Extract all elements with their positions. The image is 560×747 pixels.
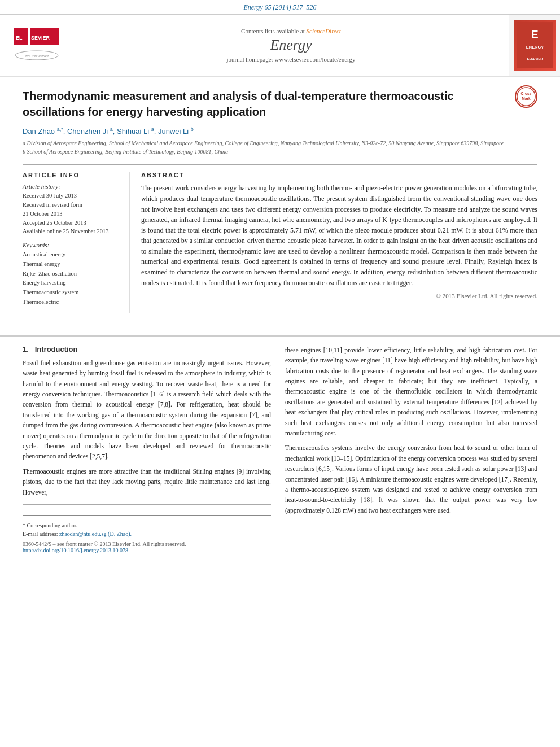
history-subsection: Article history: Received 30 July 2013 R… xyxy=(23,183,121,236)
svg-text:elm tree device: elm tree device xyxy=(24,54,48,58)
copyright-notice: © 2013 Elsevier Ltd. All rights reserved… xyxy=(141,292,537,299)
right-para2: Thermoacoustics systems involve the ener… xyxy=(285,443,537,516)
footnote-divider xyxy=(23,515,271,516)
right-column: these engines [10,11] provide lower effi… xyxy=(285,345,537,538)
journal-reference-bar: Energy 65 (2014) 517–526 xyxy=(0,0,560,15)
keywords-subsection: Keywords: Acoustical energy Thermal ener… xyxy=(23,242,121,307)
affiliation-b: b School of Aerospace Engineering, Beiji… xyxy=(23,147,537,156)
main-content-area: 1. Introduction Fossil fuel exhaustion a… xyxy=(0,335,560,538)
journal-logo-image: E ENERGY ELSEVIER xyxy=(514,20,556,71)
affiliations: a Division of Aerospace Engineering, Sch… xyxy=(23,139,537,156)
keyword-4: Energy harvesting xyxy=(23,278,121,288)
received-date: Received 30 July 2013 xyxy=(23,191,121,200)
keyword-5: Thermoacoustic system xyxy=(23,288,121,298)
article-title: Thermodynamic measurement and analysis o… xyxy=(23,88,537,120)
abstract-panel: ABSTRACT The present work considers ener… xyxy=(141,172,537,313)
elsevier-logo-area: EL SEVIER elm tree device xyxy=(0,15,73,76)
keyword-6: Thermoelectric xyxy=(23,298,121,307)
article-main-area: Cross Mark Thermodynamic measurement and… xyxy=(0,77,560,324)
authors-line: Dan Zhao a,*, Chenzhen Ji a, Shihuai Li … xyxy=(23,126,537,136)
journal-logo-area: E ENERGY ELSEVIER xyxy=(509,15,560,76)
email-footnote: E-mail address: zhaodan@ntu.edu.sg (D. Z… xyxy=(23,530,271,538)
right-para1: these engines [10,11] provide lower effi… xyxy=(285,345,537,439)
left-column: 1. Introduction Fossil fuel exhaustion a… xyxy=(23,345,271,538)
intro-section-title: 1. Introduction xyxy=(23,345,271,353)
svg-text:Cross: Cross xyxy=(521,91,532,95)
footer-area: 0360-5442/$ – see front matter © 2013 El… xyxy=(0,538,560,556)
keyword-3: Rijke–Zhao oscillation xyxy=(23,269,121,279)
article-info-panel: ARTICLE INFO Article history: Received 3… xyxy=(23,172,130,313)
intro-para1: Fossil fuel exhaustion and greenhouse ga… xyxy=(23,358,271,462)
keywords-list: Acoustical energy Thermal energy Rijke–Z… xyxy=(23,250,121,307)
received-revised-label: Received in revised form xyxy=(23,200,121,209)
svg-text:ENERGY: ENERGY xyxy=(526,45,543,50)
affiliation-a: a Division of Aerospace Engineering, Sch… xyxy=(23,139,537,147)
elsevier-brand: EL SEVIER elm tree device xyxy=(14,28,59,62)
svg-text:SEVIER: SEVIER xyxy=(31,35,50,41)
footnote-area: * Corresponding author. E-mail address: … xyxy=(23,504,271,538)
journal-reference: Energy 65 (2014) 517–526 xyxy=(243,3,316,11)
abstract-text: The present work considers energy harves… xyxy=(141,183,537,288)
received-revised-date: 21 October 2013 xyxy=(23,209,121,219)
intro-para2: Thermoacoustic engines are more attracti… xyxy=(23,466,271,497)
article-info-heading: ARTICLE INFO xyxy=(23,172,121,178)
crossmark-badge[interactable]: Cross Mark xyxy=(515,85,537,108)
corresponding-author: * Corresponding author. xyxy=(23,521,271,530)
keyword-2: Thermal energy xyxy=(23,260,121,269)
svg-text:Mark: Mark xyxy=(522,97,531,101)
journal-info-center: Contents lists available at ScienceDirec… xyxy=(73,15,509,76)
journal-header: EL SEVIER elm tree device Contents lists… xyxy=(0,15,560,77)
email-address[interactable]: zhaodan@ntu.edu.sg (D. Zhao). xyxy=(59,531,132,537)
contents-available-line: Contents lists available at ScienceDirec… xyxy=(241,28,341,34)
journal-homepage: journal homepage: www.elsevier.com/locat… xyxy=(226,56,355,63)
available-date: Available online 25 November 2013 xyxy=(23,227,121,236)
accepted-date: Accepted 25 October 2013 xyxy=(23,219,121,228)
footer-issn: 0360-5442/$ – see front matter © 2013 El… xyxy=(23,541,537,547)
keyword-1: Acoustical energy xyxy=(23,250,121,260)
info-abstract-section: ARTICLE INFO Article history: Received 3… xyxy=(23,164,537,313)
svg-text:EL: EL xyxy=(16,35,23,41)
svg-rect-9 xyxy=(519,53,550,53)
svg-text:ELSEVIER: ELSEVIER xyxy=(527,57,542,60)
abstract-heading: ABSTRACT xyxy=(141,172,537,178)
keywords-heading: Keywords: xyxy=(23,242,121,248)
sciencedirect-link[interactable]: ScienceDirect xyxy=(307,28,341,34)
history-heading: Article history: xyxy=(23,183,121,190)
footer-doi[interactable]: http://dx.doi.org/10.1016/j.energy.2013.… xyxy=(23,547,537,553)
journal-name: Energy xyxy=(270,37,312,54)
authors-text: Dan Zhao a,*, Chenzhen Ji a, Shihuai Li … xyxy=(23,127,194,136)
crossmark-icon[interactable]: Cross Mark xyxy=(515,85,537,108)
svg-text:E: E xyxy=(531,28,538,40)
